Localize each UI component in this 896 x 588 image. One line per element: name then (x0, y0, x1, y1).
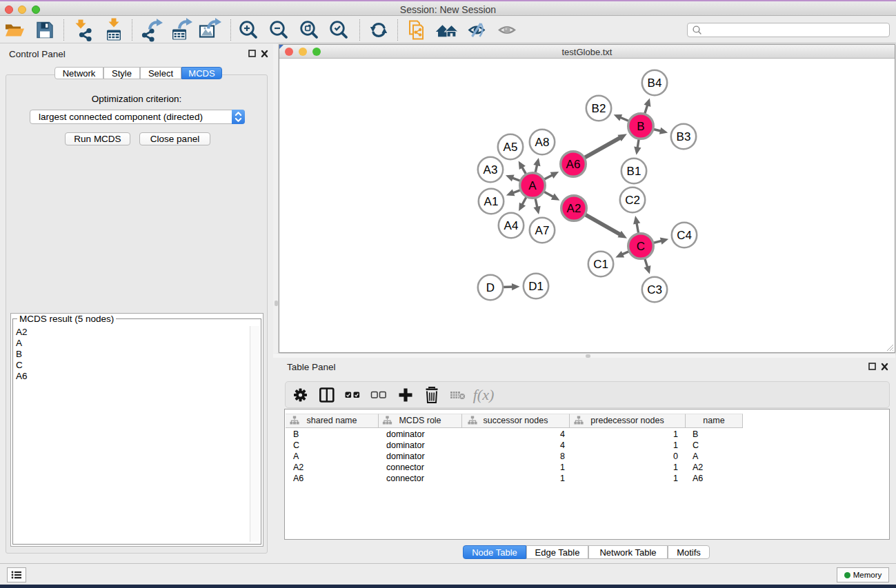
svg-text:A4: A4 (504, 219, 519, 232)
svg-text:C1: C1 (593, 258, 608, 271)
svg-text:B2: B2 (592, 102, 606, 115)
svg-text:B3: B3 (677, 130, 691, 143)
svg-text:f(x): f(x) (473, 386, 495, 403)
svg-text:B4: B4 (648, 77, 662, 90)
svg-text:D: D (486, 281, 495, 294)
svg-text:A7: A7 (535, 224, 550, 237)
svg-text:A: A (528, 179, 537, 192)
svg-text:A5: A5 (504, 141, 518, 154)
svg-text:B1: B1 (627, 165, 641, 178)
svg-text:A1: A1 (484, 195, 499, 208)
svg-text:C: C (637, 240, 645, 253)
svg-text:A3: A3 (484, 163, 498, 176)
svg-text:B: B (637, 120, 644, 133)
svg-text:C2: C2 (625, 194, 640, 207)
svg-text:A2: A2 (567, 202, 581, 215)
svg-text:C4: C4 (677, 229, 692, 242)
svg-text:D1: D1 (528, 280, 544, 293)
svg-text:C3: C3 (647, 283, 662, 296)
svg-text:A6: A6 (566, 158, 581, 171)
svg-text:A8: A8 (535, 136, 550, 149)
